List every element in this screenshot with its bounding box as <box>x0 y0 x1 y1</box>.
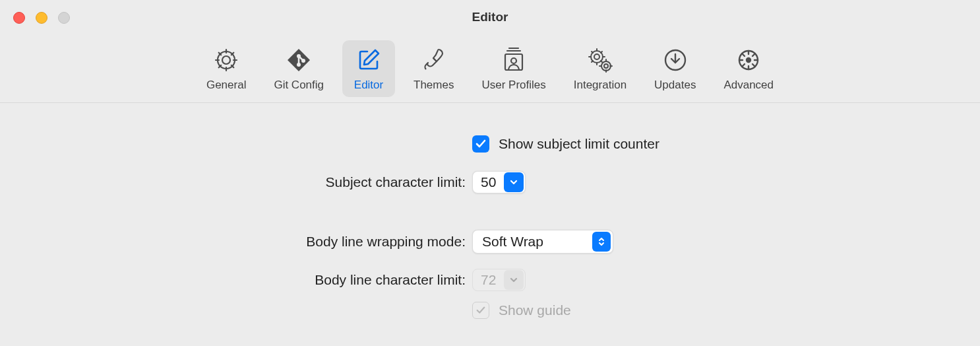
tab-label: Themes <box>413 79 454 92</box>
svg-rect-5 <box>505 54 522 70</box>
body-wrap-mode-label: Body line wrapping mode: <box>0 234 472 250</box>
tab-themes[interactable]: Themes <box>404 40 463 97</box>
tab-label: General <box>206 79 246 92</box>
row-show-guide: Show guide <box>0 297 980 324</box>
svg-point-13 <box>747 58 750 62</box>
tab-label: Advanced <box>723 79 774 92</box>
tab-integration[interactable]: Integration <box>565 40 636 97</box>
row-subject-char-limit: Subject character limit: 50 <box>0 169 980 195</box>
preferences-toolbar: General Git Config Editor <box>0 34 980 103</box>
row-body-wrap-mode: Body line wrapping mode: Soft Wrap <box>0 228 980 255</box>
editor-settings-form: Show subject limit counter Subject chara… <box>0 103 980 324</box>
gear-icon <box>213 47 239 73</box>
tab-label: Git Config <box>274 79 324 92</box>
show-guide-checkbox <box>472 302 489 319</box>
svg-point-9 <box>604 64 608 68</box>
tab-updates[interactable]: Updates <box>645 40 705 97</box>
tab-user-profiles[interactable]: User Profiles <box>472 40 555 97</box>
edit-icon <box>355 47 382 73</box>
chevron-up-down-icon <box>592 232 611 252</box>
body-wrap-mode-select[interactable]: Soft Wrap <box>472 230 613 254</box>
maximize-window-button <box>58 12 70 24</box>
show-subject-limit-counter-checkbox[interactable] <box>472 135 489 153</box>
tab-editor[interactable]: Editor <box>342 40 395 97</box>
tab-label: Editor <box>354 79 383 92</box>
body-char-limit-combobox: 72 <box>472 269 526 291</box>
subject-char-limit-combobox[interactable]: 50 <box>472 171 526 193</box>
svg-point-0 <box>222 56 230 64</box>
tab-label: Integration <box>574 79 627 92</box>
window-title: Editor <box>0 10 980 24</box>
svg-point-7 <box>594 54 599 59</box>
close-window-button[interactable] <box>13 12 25 24</box>
gears-icon <box>587 47 613 73</box>
tab-general[interactable]: General <box>197 40 255 97</box>
body-char-limit-label: Body line character limit: <box>0 272 472 288</box>
svg-point-1 <box>218 52 235 69</box>
row-body-char-limit: Body line character limit: 72 <box>0 267 980 293</box>
chevron-down-icon <box>504 270 524 290</box>
show-guide-label: Show guide <box>499 302 571 318</box>
user-profiles-icon <box>501 47 527 73</box>
tab-git-config[interactable]: Git Config <box>264 40 333 97</box>
show-subject-limit-counter-label: Show subject limit counter <box>499 136 659 152</box>
tab-label: Updates <box>654 79 696 92</box>
tab-advanced[interactable]: Advanced <box>714 40 783 97</box>
chevron-down-icon <box>504 172 524 192</box>
traffic-lights <box>13 12 70 24</box>
svg-point-10 <box>601 61 611 71</box>
svg-point-6 <box>511 58 516 63</box>
body-wrap-mode-value: Soft Wrap <box>473 234 550 250</box>
download-icon <box>662 47 689 73</box>
tab-label: User Profiles <box>481 79 545 92</box>
body-char-limit-value: 72 <box>473 272 503 288</box>
subject-char-limit-label: Subject character limit: <box>0 174 472 190</box>
minimize-window-button[interactable] <box>36 12 47 24</box>
paintbrush-icon <box>421 47 447 73</box>
git-icon <box>286 47 312 73</box>
titlebar: Editor <box>0 0 980 34</box>
row-show-subject-limit-counter: Show subject limit counter <box>0 131 980 157</box>
subject-char-limit-value: 50 <box>473 174 503 190</box>
advanced-gear-icon <box>735 47 762 73</box>
